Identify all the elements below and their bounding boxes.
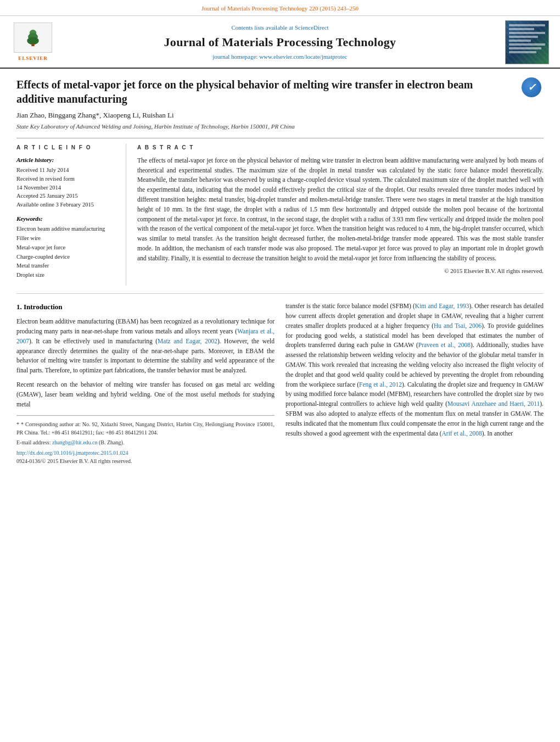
- cover-line-1: [509, 24, 545, 26]
- abstract-column: A B S T R A C T The effects of metal-vap…: [137, 144, 544, 286]
- body-para-3: transfer is the static force balance mod…: [285, 302, 544, 438]
- corresponding-note: * * Corresponding author at: No. 92, Xid…: [16, 420, 275, 437]
- crossmark-badge: ✓: [522, 77, 544, 99]
- ref-kim-eagar-1993[interactable]: Kim and Eagar, 1993: [415, 303, 469, 309]
- homepage-link[interactable]: www.elsevier.com/locate/jmatprotec: [259, 53, 348, 60]
- doi-line: http://dx.doi.org/10.1016/j.jmatprotec.2…: [16, 449, 275, 457]
- issn-line: 0924-0136/© 2015 Elsevier B.V. All right…: [16, 457, 275, 465]
- abstract-label: A B S T R A C T: [137, 144, 544, 152]
- cover-line-5: [509, 40, 531, 42]
- article-history-section: Article history: Received 11 July 2014 R…: [16, 156, 118, 209]
- keyword-1: Electron beam additive manufacturing: [16, 225, 118, 234]
- abstract-text: The effects of metal-vapor jet force on …: [137, 156, 544, 264]
- keyword-6: Droplet size: [16, 271, 118, 280]
- cover-line-3: [509, 32, 545, 34]
- affiliation-text: State Key Laboratory of Advanced Welding…: [16, 122, 544, 131]
- email-note: E-mail address: zhangbg@hit.edu.cn (B. Z…: [16, 438, 275, 447]
- body-content: 1. Introduction Electron beam additive m…: [16, 302, 544, 465]
- corresponding-note-text: * Corresponding author at: No. 92, Xidaz…: [16, 421, 275, 436]
- article-content: Effects of metal-vapor jet force on the …: [0, 69, 560, 476]
- footnote-star: *: [16, 421, 21, 427]
- accepted-date: Accepted 25 January 2015: [16, 192, 118, 200]
- elsevier-logo: ELSEVIER: [11, 23, 55, 62]
- cover-line-7: [509, 47, 541, 49]
- authors-line: Jian Zhao, Binggang Zhang*, Xiaopeng Li,…: [16, 110, 544, 120]
- ref-mousavi-2011[interactable]: Mousavi Anzehaee and Haeri, 2011: [447, 400, 540, 407]
- email-address[interactable]: zhangbg@hit.edu.cn: [52, 439, 98, 445]
- body-left-column: 1. Introduction Electron beam additive m…: [16, 302, 275, 465]
- email-label: E-mail address:: [16, 439, 51, 445]
- body-para-2: Recent research on the behavior of melti…: [16, 380, 275, 409]
- footnotes-section: * * Corresponding author at: No. 92, Xid…: [16, 415, 275, 465]
- abstract-copyright: © 2015 Elsevier B.V. All rights reserved…: [137, 267, 544, 275]
- body-right-column: transfer is the static force balance mod…: [285, 302, 544, 465]
- article-info-abstract-section: A R T I C L E I N F O Article history: R…: [16, 138, 544, 286]
- received-date-1: Received 11 July 2014: [16, 166, 118, 175]
- journal-header-center: Contents lists available at ScienceDirec…: [55, 24, 505, 62]
- page-wrapper: Journal of Materials Processing Technolo…: [0, 0, 560, 742]
- keywords-label: Keywords:: [16, 215, 118, 223]
- cover-line-2: [509, 28, 534, 30]
- available-online-date: Available online 3 February 2015: [16, 200, 118, 209]
- ref-praveen-2008[interactable]: Praveen et al., 2008: [418, 342, 471, 348]
- keyword-4: Charge-coupled device: [16, 253, 118, 262]
- issn-text: 0924-0136/© 2015 Elsevier B.V. All right…: [16, 458, 132, 464]
- section-1-number: 1.: [16, 303, 22, 311]
- email-person: (B. Zhang).: [99, 439, 124, 445]
- cover-line-8: [509, 51, 536, 53]
- sciencedirect-link[interactable]: ScienceDirect: [295, 24, 329, 31]
- keyword-2: Filler wire: [16, 234, 118, 243]
- svg-rect-3: [31, 44, 34, 46]
- keyword-3: Metal-vapor jet force: [16, 243, 118, 253]
- cover-line-4: [509, 36, 538, 38]
- received-revised-label: Received in revised form: [16, 175, 118, 183]
- ref-wanjara-2007[interactable]: Wanjara et al., 2007: [16, 328, 275, 344]
- ref-arif-2008[interactable]: Arif et al., 2008: [442, 430, 482, 437]
- keyword-5: Metal transfer: [16, 261, 118, 271]
- doi-link[interactable]: http://dx.doi.org/10.1016/j.jmatprotec.2…: [16, 450, 128, 456]
- article-info-column: A R T I C L E I N F O Article history: R…: [16, 144, 126, 286]
- journal-title: Journal of Materials Processing Technolo…: [55, 34, 505, 51]
- body-para-1: Electron beam additive manufacturing (EB…: [16, 317, 275, 376]
- journal-cover-inner: [506, 21, 548, 64]
- article-title-row: Effects of metal-vapor jet force on the …: [16, 77, 544, 106]
- cover-line-6: [509, 43, 545, 46]
- section-divider: [16, 293, 544, 294]
- contents-line: Contents lists available at ScienceDirec…: [55, 24, 505, 32]
- ref-hu-tsai-2006[interactable]: Hu and Tsai, 2006: [434, 322, 481, 329]
- elsevier-logo-box: [14, 23, 52, 53]
- contents-label: Contents lists available at: [231, 24, 293, 31]
- keywords-section: Keywords: Electron beam additive manufac…: [16, 215, 118, 280]
- svg-point-2: [27, 37, 38, 44]
- homepage-label: journal homepage:: [212, 53, 257, 60]
- article-info-label: A R T I C L E I N F O: [16, 144, 118, 152]
- history-label: Article history:: [16, 156, 118, 164]
- article-title: Effects of metal-vapor jet force on the …: [16, 77, 522, 106]
- journal-reference-link[interactable]: Journal of Materials Processing Technolo…: [201, 5, 359, 12]
- received-revised-date: 14 November 2014: [16, 183, 118, 192]
- section-1-heading: 1. Introduction: [16, 302, 275, 313]
- elsevier-brand-text: ELSEVIER: [18, 55, 48, 62]
- elsevier-tree-icon: [25, 29, 41, 47]
- authors-text: Jian Zhao, Binggang Zhang*, Xiaopeng Li,…: [16, 111, 174, 119]
- ref-matz-eagar-2002[interactable]: Matz and Eagar, 2002: [158, 338, 217, 344]
- journal-reference-bar: Journal of Materials Processing Technolo…: [0, 0, 560, 16]
- crossmark-icon: ✓: [522, 77, 541, 97]
- journal-homepage: journal homepage: www.elsevier.com/locat…: [55, 53, 505, 61]
- journal-header: ELSEVIER Contents lists available at Sci…: [0, 16, 560, 69]
- journal-cover-image: [505, 20, 549, 64]
- ref-feng-2012[interactable]: Feng et al., 2012: [359, 381, 402, 388]
- section-1-title: Introduction: [24, 303, 63, 311]
